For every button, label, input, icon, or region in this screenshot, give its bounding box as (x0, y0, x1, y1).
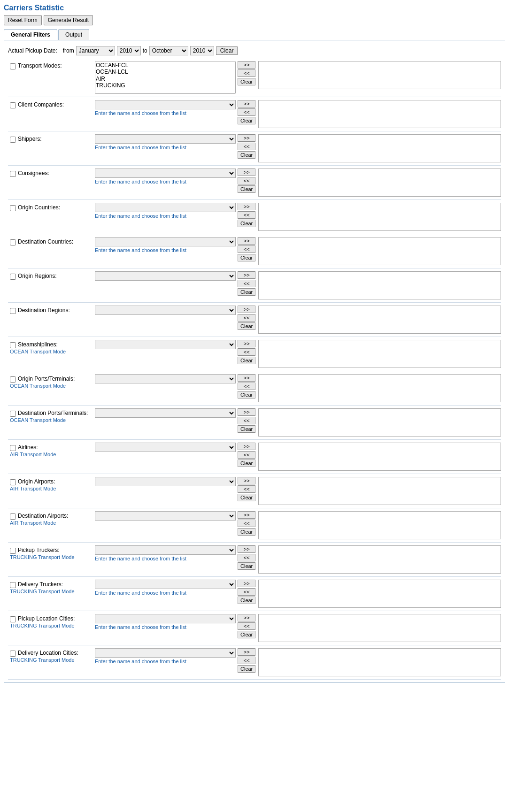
clear-button-pickup-location-cities[interactable]: Clear (238, 631, 255, 638)
clear-button-steamshiplines[interactable]: Clear (238, 357, 255, 364)
clear-button-airlines[interactable]: Clear (238, 460, 255, 467)
checkbox-airlines[interactable] (10, 445, 16, 451)
clear-button-destination-ports[interactable]: Clear (238, 425, 255, 433)
to-year-select[interactable]: 20082009201020112012 (190, 46, 214, 55)
remove-button-transport-modes[interactable]: << (238, 69, 255, 77)
select-delivery-truckers[interactable] (95, 580, 236, 589)
add-button-origin-regions[interactable]: >> (238, 271, 255, 279)
checkbox-origin-airports[interactable] (10, 479, 16, 485)
remove-button-delivery-truckers[interactable]: << (238, 588, 255, 596)
date-clear-button[interactable]: Clear (216, 46, 238, 55)
checkbox-destination-ports[interactable] (10, 411, 16, 417)
checkbox-pickup-truckers[interactable] (10, 548, 16, 554)
select-airlines[interactable] (95, 443, 236, 452)
remove-button-destination-regions[interactable]: << (238, 314, 255, 322)
add-button-pickup-truckers[interactable]: >> (238, 545, 255, 553)
checkbox-delivery-location-cities[interactable] (10, 651, 16, 657)
remove-button-client-companies[interactable]: << (238, 108, 255, 116)
clear-button-pickup-truckers[interactable]: Clear (238, 562, 255, 570)
remove-button-airlines[interactable]: << (238, 451, 255, 459)
add-button-client-companies[interactable]: >> (238, 100, 255, 107)
add-button-destination-regions[interactable]: >> (238, 306, 255, 313)
clear-button-client-companies[interactable]: Clear (238, 117, 255, 124)
select-pickup-truckers[interactable] (95, 545, 236, 555)
checkbox-transport-modes[interactable] (10, 63, 16, 69)
select-pickup-location-cities[interactable] (95, 614, 236, 623)
select-destination-regions[interactable] (95, 306, 236, 315)
remove-button-delivery-location-cities[interactable]: << (238, 657, 255, 664)
checkbox-consignees[interactable] (10, 171, 16, 177)
add-button-destination-countries[interactable]: >> (238, 237, 255, 245)
select-shippers[interactable] (95, 134, 236, 144)
date-filter-label: Actual Pickup Date: (8, 47, 57, 54)
clear-button-origin-airports[interactable]: Clear (238, 494, 255, 501)
tab-general-filters[interactable]: General Filters (4, 29, 57, 40)
to-month-select[interactable]: JanuaryFebruaryMarchApril MayJuneJulyAug… (149, 46, 188, 55)
remove-button-pickup-truckers[interactable]: << (238, 554, 255, 561)
remove-button-shippers[interactable]: << (238, 143, 255, 150)
remove-button-destination-airports[interactable]: << (238, 520, 255, 527)
checkbox-origin-countries[interactable] (10, 205, 16, 211)
select-origin-ports[interactable] (95, 374, 236, 383)
remove-button-pickup-location-cities[interactable]: << (238, 622, 255, 630)
remove-button-origin-regions[interactable]: << (238, 280, 255, 287)
select-origin-countries[interactable] (95, 203, 236, 212)
checkbox-destination-regions[interactable] (10, 308, 16, 314)
clear-button-destination-regions[interactable]: Clear (238, 322, 255, 330)
add-button-transport-modes[interactable]: >> (238, 61, 255, 69)
checkbox-destination-airports[interactable] (10, 513, 16, 520)
clear-button-shippers[interactable]: Clear (238, 151, 255, 159)
add-button-consignees[interactable]: >> (238, 169, 255, 176)
select-steamshiplines[interactable] (95, 340, 236, 349)
from-year-select[interactable]: 20082009201020112012 (117, 46, 141, 55)
checkbox-destination-countries[interactable] (10, 239, 16, 245)
add-button-destination-ports[interactable]: >> (238, 408, 255, 416)
add-button-pickup-location-cities[interactable]: >> (238, 614, 255, 621)
checkbox-delivery-truckers[interactable] (10, 582, 16, 588)
add-button-steamshiplines[interactable]: >> (238, 340, 255, 347)
add-button-origin-ports[interactable]: >> (238, 374, 255, 382)
add-button-airlines[interactable]: >> (238, 443, 255, 450)
tab-output[interactable]: Output (58, 29, 89, 40)
clear-button-delivery-location-cities[interactable]: Clear (238, 665, 255, 673)
select-destination-ports[interactable] (95, 408, 236, 418)
checkbox-origin-ports[interactable] (10, 376, 16, 383)
select-origin-airports[interactable] (95, 477, 236, 486)
select-destination-airports[interactable] (95, 511, 236, 521)
remove-button-consignees[interactable]: << (238, 177, 255, 184)
clear-button-origin-regions[interactable]: Clear (238, 288, 255, 296)
remove-button-destination-countries[interactable]: << (238, 245, 255, 253)
remove-button-origin-countries[interactable]: << (238, 211, 255, 219)
add-button-delivery-truckers[interactable]: >> (238, 580, 255, 587)
add-button-delivery-location-cities[interactable]: >> (238, 648, 255, 656)
clear-button-consignees[interactable]: Clear (238, 185, 255, 193)
add-button-origin-countries[interactable]: >> (238, 203, 255, 210)
checkbox-shippers[interactable] (10, 137, 16, 143)
select-origin-regions[interactable] (95, 271, 236, 281)
checkbox-steamshiplines[interactable] (10, 342, 16, 348)
add-button-origin-airports[interactable]: >> (238, 477, 255, 484)
clear-button-delivery-truckers[interactable]: Clear (238, 597, 255, 604)
checkbox-pickup-location-cities[interactable] (10, 616, 16, 622)
clear-button-destination-airports[interactable]: Clear (238, 528, 255, 536)
clear-button-destination-countries[interactable]: Clear (238, 254, 255, 261)
remove-button-steamshiplines[interactable]: << (238, 348, 255, 356)
clear-button-transport-modes[interactable]: Clear (238, 78, 255, 85)
remove-button-origin-airports[interactable]: << (238, 485, 255, 493)
clear-button-origin-ports[interactable]: Clear (238, 391, 255, 398)
remove-button-origin-ports[interactable]: << (238, 383, 255, 390)
select-delivery-location-cities[interactable] (95, 648, 236, 658)
select-destination-countries[interactable] (95, 237, 236, 246)
select-consignees[interactable] (95, 169, 236, 178)
select-transport-modes[interactable]: OCEAN-FCLOCEAN-LCLAIRTRUCKING (95, 61, 236, 94)
remove-button-destination-ports[interactable]: << (238, 417, 255, 424)
reset-form-button[interactable]: Reset Form (4, 15, 42, 25)
add-button-shippers[interactable]: >> (238, 134, 255, 142)
add-button-destination-airports[interactable]: >> (238, 511, 255, 519)
from-month-select[interactable]: JanuaryFebruaryMarchApril MayJuneJulyAug… (76, 46, 115, 55)
checkbox-origin-regions[interactable] (10, 274, 16, 280)
generate-result-button[interactable]: Generate Result (44, 15, 93, 25)
checkbox-client-companies[interactable] (10, 102, 16, 108)
clear-button-origin-countries[interactable]: Clear (238, 220, 255, 227)
select-client-companies[interactable] (95, 100, 236, 109)
